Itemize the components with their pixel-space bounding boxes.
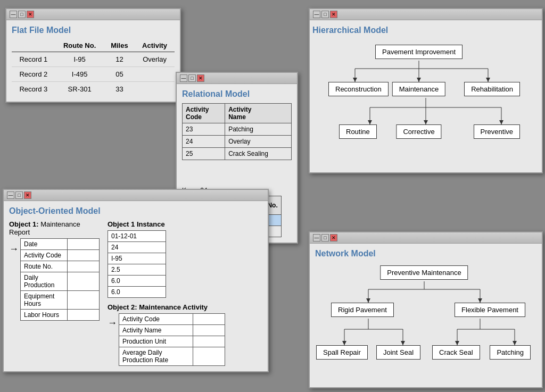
field-name: Activity Code [119,314,193,325]
close-btn[interactable]: ✕ [330,234,337,241]
svg-marker-13 [368,120,372,124]
maximize-btn[interactable]: □ [321,11,329,18]
svg-marker-5 [353,78,357,82]
maximize-btn[interactable]: □ [321,234,329,241]
network-window: — □ ✕ Network Model Preventive Maintenan… [309,231,543,388]
table-row: Activity Name [119,325,225,336]
miles-val: 05 [104,67,135,82]
table-row: 24 Overlay [183,136,292,148]
svg-marker-33 [513,341,517,345]
field-val [68,250,100,261]
miles-val: 12 [104,52,135,67]
table-row: Labor Hours [21,310,100,321]
instance-val: 24 [108,242,166,253]
record-label: Record 1 [12,52,55,67]
flat-file-window: — □ ✕ Flat File Model Route No. Miles Ac… [5,8,181,103]
table-row: Daily Production [21,272,100,291]
close-btn[interactable]: ✕ [330,11,337,18]
minimize-btn[interactable]: — [313,11,320,18]
field-val [68,291,100,310]
l2-node: Corrective [396,124,441,139]
network-title: Network Model [315,249,536,258]
instance-val: 01-12-01 [108,231,166,242]
record-label: Record 2 [12,67,55,82]
table-row: 6.0 [108,287,166,298]
obj1-instance-table: 01-12-01 24 I-95 2.5 6.0 [108,230,166,298]
table-row: Activity Code [119,314,225,325]
svg-marker-6 [417,78,421,82]
record-label: Record 3 [12,82,55,97]
table-row: 25 Crack Sealing [183,148,292,160]
code-val: 24 [183,136,225,148]
miles-val: 33 [104,82,135,97]
field-val [193,347,225,366]
flat-file-content: Flat File Model Route No. Miles Activity… [6,20,180,102]
table-row: 24 [108,242,166,253]
l2-node: Spall Repair [316,345,368,360]
window-controls[interactable]: — □ ✕ [313,11,337,18]
table-row: Production Unit [119,336,225,347]
svg-marker-7 [486,78,490,82]
name-val: Patching [225,123,292,136]
svg-marker-15 [499,120,503,124]
oo-obj2-label: Object 2: Maintenance Activity [108,303,262,311]
close-btn[interactable]: ✕ [27,11,34,18]
activity-val [135,67,175,82]
network-content: Network Model Preventive Maintenance Rig… [310,244,542,392]
field-name: Activity Name [119,325,193,336]
code-val: 23 [183,123,225,136]
close-btn[interactable]: ✕ [24,191,31,199]
svg-marker-32 [455,341,459,345]
route-val: I-95 [55,52,104,67]
maximize-btn[interactable]: □ [188,74,196,82]
close-btn[interactable]: ✕ [197,74,204,82]
table-row: Date [21,239,100,250]
table-row: 01-12-01 [108,231,166,242]
window-controls[interactable]: — □ ✕ [313,234,337,241]
minimize-btn[interactable]: — [180,74,187,82]
l1-node: Reconstruction [328,82,389,96]
hierarchical-titlebar: — □ ✕ [310,9,542,20]
field-name: Daily Production [21,272,68,291]
obj1-table: Date Activity Code Route No. [20,238,100,321]
network-titlebar: — □ ✕ [310,232,542,244]
root-node: Pavement Improvement [375,45,463,59]
instance-val: I-95 [108,253,166,264]
maximize-btn[interactable]: □ [15,191,23,199]
field-name: Activity Code [21,250,68,261]
activity-val [135,82,175,97]
root-node: Preventive Maintenance [380,265,468,280]
instance-val: 6.0 [108,287,166,298]
col-route: Route No. [55,39,104,52]
table-row: 6.0 [108,276,166,287]
window-controls[interactable]: — □ ✕ [180,74,204,82]
activity-val: Overlay [135,52,175,67]
window-controls[interactable]: — □ ✕ [7,191,31,199]
relational-title: Relational Model [182,89,292,99]
minimize-btn[interactable]: — [10,11,17,18]
minimize-btn[interactable]: — [313,234,320,241]
maximize-btn[interactable]: □ [18,11,26,18]
name-val: Overlay [225,136,292,148]
svg-marker-26 [342,341,346,345]
l2-node: Patching [490,345,531,360]
l1-node: Rehabilitation [464,82,520,96]
obj2-table: Activity Code Activity Name Production U… [119,313,225,366]
table-row: Average Daily Production Rate [119,347,225,366]
field-name: Production Unit [119,336,193,347]
minimize-btn[interactable]: — [7,191,14,199]
table-row: Record 1 I-95 12 Overlay [12,52,175,67]
l2-node: Routine [339,124,377,139]
table-row: 2.5 [108,264,166,276]
oo-content: Object-Oriented Model Object 1: Maintena… [4,201,268,371]
code-val: 25 [183,148,225,160]
hierarchical-window: — □ ✕ Hierarchical Model Pavement Improv… [309,8,543,173]
l1-node: Rigid Pavement [331,303,394,317]
col-empty [12,39,55,52]
l2-node: Preventive [474,124,520,139]
field-val [68,310,100,321]
field-val [193,314,225,325]
window-controls[interactable]: — □ ✕ [10,11,34,18]
field-name: Average Daily Production Rate [119,347,193,366]
field-val [68,239,100,250]
